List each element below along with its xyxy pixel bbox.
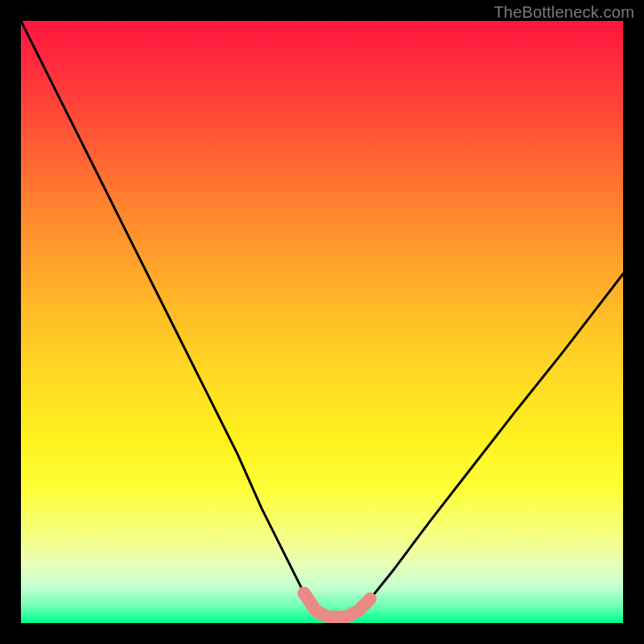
curve-layer	[21, 21, 623, 623]
optimal-range-highlight	[304, 593, 370, 617]
plot-area	[21, 21, 623, 623]
chart-frame: TheBottleneck.com	[0, 0, 644, 644]
watermark: TheBottleneck.com	[493, 3, 634, 22]
bottleneck-curve	[21, 21, 623, 617]
optimal-start-marker	[299, 588, 310, 599]
